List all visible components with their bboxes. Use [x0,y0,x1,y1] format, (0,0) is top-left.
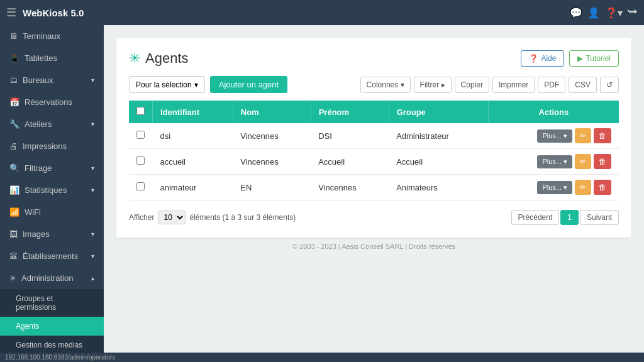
page-card: ✳ Agents ❓ Aide ▶ Tutoriel [116,38,631,238]
plus-button[interactable]: Plus... ▾ [537,129,572,143]
sidebar-item-tablettes[interactable]: 📱 Tablettes [0,47,104,69]
sidebar-item-agents[interactable]: Agents [0,317,104,336]
selection-dropdown[interactable]: Pour la sélection ▾ [129,76,205,93]
filter-button[interactable]: Filtrer ▸ [414,77,452,93]
status-bar: 192.168.100.180:8383/admin/operators [0,353,644,362]
per-page-select[interactable]: 10 25 50 [158,211,186,224]
sidebar-item-bureaux[interactable]: 🗂 Bureaux ▾ [0,69,104,91]
plus-label: Plus... [542,184,562,191]
sidebar-item-administration[interactable]: ✳ Administration ▴ [0,267,104,289]
trash-icon: 🗑 [599,183,606,192]
sidebar-item-filtrage[interactable]: 🔍 Filtrage ▾ [0,157,104,179]
sidebar-item-label: Ateliers [25,119,52,129]
footer-text: © 2003 - 2023 | Aesis Conseil SARL | Dro… [292,243,455,250]
pagination-bar: Afficher 10 25 50 éléments (1 à 3 sur 3 … [129,210,619,225]
show-label: Afficher [129,213,154,222]
select-all-column [129,101,153,123]
sidebar-item-label: Filtrage [25,163,52,173]
delete-button[interactable]: 🗑 [594,154,611,169]
delete-button[interactable]: 🗑 [594,128,611,143]
logout-icon[interactable]: ⮩ [628,7,638,18]
sidebar-item-etablissements[interactable]: 🏛 Établissements ▾ [0,245,104,267]
col-nom[interactable]: Nom [233,101,311,123]
page-title-icon: ✳ [129,50,140,67]
user-icon[interactable]: 👤 [587,7,600,19]
sidebar-item-reservations[interactable]: 📅 Réservations [0,91,104,113]
sidebar-item-label: Tablettes [25,53,57,63]
row-prenom: DSI [311,123,389,149]
delete-button[interactable]: 🗑 [594,180,611,195]
prev-page-button[interactable]: Précédent [511,210,560,225]
sidebar-item-groupes[interactable]: Groupes et permissions [0,289,104,317]
plus-button[interactable]: Plus... ▾ [537,181,572,194]
select-all-checkbox[interactable] [136,107,145,115]
row-checkbox[interactable] [136,182,145,190]
row-groupe: Animateurs [389,175,488,200]
chat-icon[interactable]: 💬 [570,7,582,19]
add-agent-button[interactable]: Ajouter un agent [210,76,287,93]
dropdown-arrow-icon: ▾ [194,80,198,89]
sidebar-item-label: Agents [16,322,39,331]
chevron-icon: ▾ [91,121,94,128]
sidebar-item-images[interactable]: 🖼 Images ▾ [0,223,104,245]
sidebar-item-label: Statistiques [25,185,67,195]
top-bar-left: ☰ WebKiosk 5.0 [6,6,84,19]
chevron-icon: ▾ [91,253,94,260]
toolbar: Pour la sélection ▾ Ajouter un agent Col… [129,76,619,93]
edit-button[interactable]: ✏ [575,154,591,169]
refresh-icon: ↺ [606,80,613,89]
plus-button[interactable]: Plus... ▾ [537,155,572,168]
impressions-icon: 🖨 [9,141,18,151]
page-header-buttons: ❓ Aide ▶ Tutoriel [521,50,619,67]
col-actions: Actions [488,101,619,123]
etablissements-icon: 🏛 [9,251,18,261]
sidebar-item-terminaux[interactable]: 🖥 Terminaux [0,25,104,47]
print-button[interactable]: Imprimer [492,77,535,93]
plus-label: Plus... [542,132,562,140]
next-page-button[interactable]: Suivant [580,210,619,225]
row-prenom: Accueil [311,149,389,175]
app-brand: WebKiosk 5.0 [23,8,84,18]
edit-button[interactable]: ✏ [575,128,591,143]
row-checkbox-cell [129,149,153,175]
main-footer: © 2003 - 2023 | Aesis Conseil SARL | Dro… [116,238,631,255]
pdf-button[interactable]: PDF [538,77,565,93]
wifi-icon: 📶 [9,207,19,217]
help-circle-icon: ❓ [529,54,538,63]
plus-label: Plus... [542,158,562,165]
trash-icon: 🗑 [599,157,606,166]
toolbar-left: Pour la sélection ▾ Ajouter un agent [129,76,287,93]
row-checkbox[interactable] [136,156,145,165]
col-identifiant[interactable]: Identifiant [153,101,233,123]
columns-button[interactable]: Colonnes ▾ [360,77,411,93]
sidebar-item-statistiques[interactable]: 📊 Statistiques ▾ [0,179,104,201]
copy-button[interactable]: Copier [455,77,489,93]
row-actions: Plus... ▾ ✏ 🗑 [488,149,619,175]
status-url: 192.168.100.180:8383/admin/operators [5,354,115,361]
csv-button[interactable]: CSV [569,77,597,93]
toolbar-right: Colonnes ▾ Filtrer ▸ Copier Imprimer PDF [360,77,619,93]
sidebar-item-wifi[interactable]: 📶 WiFi [0,201,104,223]
help-button[interactable]: ❓ Aide [521,50,564,67]
col-prenom[interactable]: Prénom [311,101,389,123]
page-1-button[interactable]: 1 [560,210,579,225]
refresh-button[interactable]: ↺ [600,77,619,93]
row-checkbox-cell [129,175,153,200]
top-bar-right: 💬 👤 ❓▾ ⮩ [570,7,638,19]
sidebar-item-impressions[interactable]: 🖨 Impressions [0,135,104,157]
chevron-icon: ▾ [91,165,94,172]
row-checkbox[interactable] [136,131,145,139]
chevron-icon: ▾ [91,187,94,194]
tutorial-button[interactable]: ▶ Tutoriel [569,50,619,67]
main-content: ✳ ✳ Agents ❓ Aide ▶ Tutoriel [104,25,644,353]
col-groupe[interactable]: Groupe [389,101,488,123]
sidebar-item-label: Établissements [23,251,78,261]
images-icon: 🖼 [9,229,18,239]
edit-button[interactable]: ✏ [575,180,591,195]
sidebar-item-medias[interactable]: Gestion des médias [0,336,104,353]
menu-toggle-button[interactable]: ☰ [6,6,16,19]
row-identifiant: dsi [153,123,233,149]
pagination-count: éléments (1 à 3 sur 3 éléments) [189,213,296,222]
help-icon[interactable]: ❓▾ [605,7,623,19]
sidebar-item-ateliers[interactable]: 🔧 Ateliers ▾ [0,113,104,135]
